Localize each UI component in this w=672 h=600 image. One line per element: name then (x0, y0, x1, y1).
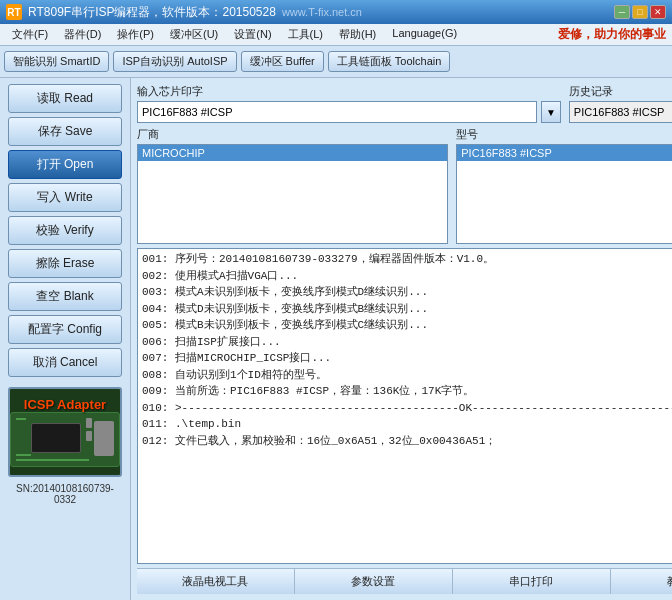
watermark: www.T-fix.net.cn (282, 6, 362, 18)
icsp-connector (94, 421, 114, 456)
log-line: 001: 序列号：20140108160739-033279，编程器固件版本：V… (142, 251, 672, 268)
menu-device[interactable]: 器件(D) (58, 26, 107, 43)
title-bar-left: RT RT809F串行ISP编程器，软件版本：20150528 www.T-fi… (6, 4, 362, 21)
open-button[interactable]: 打开 Open (8, 150, 122, 179)
menu-settings[interactable]: 设置(N) (228, 26, 277, 43)
log-line: 012: 文件已载入，累加校验和：16位_0x6A51，32位_0x00436A… (142, 433, 672, 450)
config-button[interactable]: 配置字 Config (8, 315, 122, 344)
vendor-listbox[interactable]: MICROCHIP (137, 144, 448, 244)
minimize-button[interactable]: ─ (614, 5, 630, 19)
chip-dropdown-arrow[interactable]: ▼ (541, 101, 561, 123)
smart-id-button[interactable]: 智能识别 SmartID (4, 51, 109, 72)
log-line: 011: .\temp.bin (142, 416, 672, 433)
model-header: 型号 (456, 127, 672, 142)
left-panel: 读取 Read 保存 Save 打开 Open 写入 Write 校验 Veri… (0, 78, 131, 600)
chip-input-group: 输入芯片印字 ▼ (137, 84, 561, 123)
chip-input-field[interactable] (137, 101, 537, 123)
menu-help[interactable]: 帮助(H) (333, 26, 382, 43)
icsp-board (10, 412, 120, 467)
param-settings-button[interactable]: 参数设置 (295, 569, 453, 594)
model-section: 型号 PIC16F883 #ICSP (456, 127, 672, 244)
log-line: 007: 扫描MICROCHIP_ICSP接口... (142, 350, 672, 367)
save-button[interactable]: 保存 Save (8, 117, 122, 146)
toolbar: 智能识别 SmartID ISP自动识别 AutoISP 缓冲区 Buffer … (0, 46, 672, 78)
window-controls: ─ □ ✕ (614, 5, 666, 19)
window-title: RT809F串行ISP编程器，软件版本：20150528 (28, 4, 276, 21)
buffer-button[interactable]: 缓冲区 Buffer (241, 51, 324, 72)
log-line: 010: >----------------------------------… (142, 400, 672, 417)
write-button[interactable]: 写入 Write (8, 183, 122, 212)
menu-items: 文件(F) 器件(D) 操作(P) 缓冲区(U) 设置(N) 工具(L) 帮助(… (6, 26, 463, 43)
menu-bar: 文件(F) 器件(D) 操作(P) 缓冲区(U) 设置(N) 工具(L) 帮助(… (0, 24, 672, 46)
erase-button[interactable]: 擦除 Erase (8, 249, 122, 278)
title-bar: RT RT809F串行ISP编程器，软件版本：20150528 www.T-fi… (0, 0, 672, 24)
history-select[interactable]: PIC16F883 #ICSP (569, 101, 672, 123)
chip-input-row: ▼ (137, 101, 561, 123)
log-line: 002: 使用模式A扫描VGA口... (142, 268, 672, 285)
model-item-pic16f883[interactable]: PIC16F883 #ICSP (457, 145, 672, 161)
pcb-trace-2 (16, 454, 31, 456)
icsp-chip-component (31, 423, 81, 453)
blank-button[interactable]: 查空 Blank (8, 282, 122, 311)
log-line: 006: 扫描ISP扩展接口... (142, 334, 672, 351)
right-panel: 输入芯片印字 ▼ 历史记录 PIC16F883 #ICSP 确定 OK 厂商 (131, 78, 672, 600)
auto-isp-button[interactable]: ISP自动识别 AutoISP (113, 51, 236, 72)
lcd-tool-button[interactable]: 液晶电视工具 (137, 569, 295, 594)
close-button[interactable]: ✕ (650, 5, 666, 19)
history-row: PIC16F883 #ICSP (569, 101, 672, 123)
capacitor-1 (86, 418, 92, 428)
history-label: 历史记录 (569, 84, 672, 99)
serial-print-button[interactable]: 串口打印 (453, 569, 611, 594)
model-listbox[interactable]: PIC16F883 #ICSP (456, 144, 672, 244)
menu-file[interactable]: 文件(F) (6, 26, 54, 43)
log-line: 008: 自动识别到1个ID相符的型号。 (142, 367, 672, 384)
bottom-bar: 液晶电视工具 参数设置 串口打印 教程查看 (137, 568, 672, 594)
chip-input-label: 输入芯片印字 (137, 84, 561, 99)
serial-number: SN:20140108160739-0332 (8, 483, 122, 505)
cancel-button[interactable]: 取消 Cancel (8, 348, 122, 377)
menu-buffer[interactable]: 缓冲区(U) (164, 26, 224, 43)
brand-text: 爱修，助力你的事业 (558, 26, 666, 43)
input-row: 输入芯片印字 ▼ 历史记录 PIC16F883 #ICSP 确定 OK (137, 84, 672, 123)
pcb-trace-3 (16, 418, 26, 420)
log-line: 009: 当前所选：PIC16F883 #ICSP，容量：136K位，17K字节… (142, 383, 672, 400)
app-icon: RT (6, 4, 22, 20)
tutorial-button[interactable]: 教程查看 (611, 569, 672, 594)
menu-language[interactable]: Language(G) (386, 26, 463, 43)
vendor-model-row: 厂商 MICROCHIP 型号 PIC16F883 #ICSP (137, 127, 672, 244)
toolchain-button[interactable]: 工具链面板 Toolchain (328, 51, 451, 72)
read-button[interactable]: 读取 Read (8, 84, 122, 113)
log-area: 001: 序列号：20140108160739-033279，编程器固件版本：V… (137, 248, 672, 564)
icsp-label: ICSP Adapter (24, 397, 106, 412)
vendor-header: 厂商 (137, 127, 448, 142)
verify-button[interactable]: 校验 Verify (8, 216, 122, 245)
maximize-button[interactable]: □ (632, 5, 648, 19)
main-area: 读取 Read 保存 Save 打开 Open 写入 Write 校验 Veri… (0, 78, 672, 600)
log-line: 003: 模式A未识别到板卡，变换线序到模式D继续识别... (142, 284, 672, 301)
vendor-section: 厂商 MICROCHIP (137, 127, 448, 244)
pcb-trace-1 (16, 459, 89, 461)
history-group: 历史记录 PIC16F883 #ICSP (569, 84, 672, 123)
icsp-adapter-image: ICSP Adapter (8, 387, 122, 477)
vendor-item-microchip[interactable]: MICROCHIP (138, 145, 447, 161)
log-line: 004: 模式D未识别到板卡，变换线序到模式B继续识别... (142, 301, 672, 318)
menu-operation[interactable]: 操作(P) (111, 26, 160, 43)
log-line: 005: 模式B未识别到板卡，变换线序到模式C继续识别... (142, 317, 672, 334)
menu-tools[interactable]: 工具(L) (282, 26, 329, 43)
capacitor-2 (86, 431, 92, 441)
